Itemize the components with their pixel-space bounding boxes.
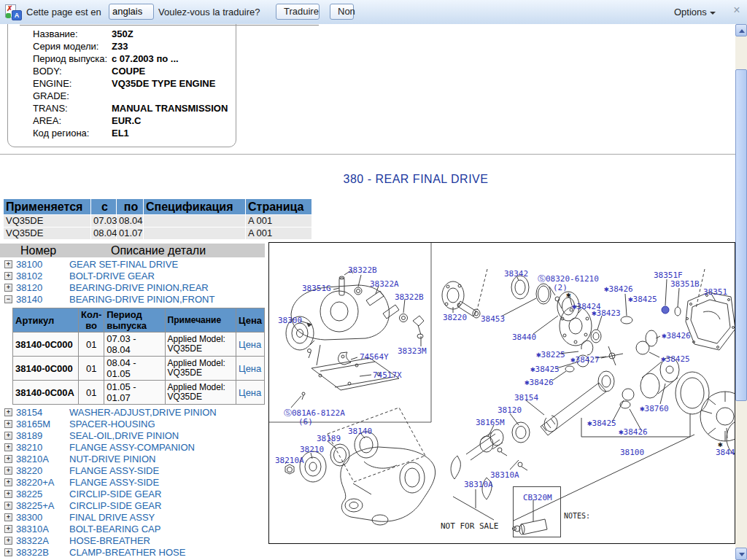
scroll-up-button[interactable] (735, 24, 747, 36)
part-number-link[interactable]: 38210A (16, 454, 49, 464)
part-number-link[interactable]: 38120 (16, 282, 42, 293)
expand-icon[interactable]: + (4, 420, 12, 428)
part-desc-link[interactable]: GEAR SET-FINAL DRIVE (69, 259, 178, 270)
diagram-part-label[interactable]: 38189 (317, 435, 341, 443)
part-number-link[interactable]: 38102 (16, 271, 42, 281)
part-number-link[interactable]: 38140 (16, 294, 42, 305)
diagram-part-label[interactable]: 38140 (348, 427, 372, 436)
scrollbar-thumb[interactable] (735, 69, 747, 401)
diagram-part-label[interactable]: ✱38425 (661, 355, 690, 364)
part-desc-link[interactable]: BOLT-BEARING CAP (69, 524, 160, 534)
expand-icon[interactable]: + (4, 537, 12, 545)
part-number-link[interactable]: 38100 (16, 259, 42, 270)
diagram-part-label[interactable]: ✱38426 (619, 428, 648, 437)
part-number-link[interactable]: 38220+A (16, 477, 54, 488)
diagram-part-label[interactable]: 38440 (512, 333, 536, 342)
diagram-part-label[interactable]: 38210A (275, 456, 304, 465)
part-number-link[interactable]: 38189 (16, 430, 42, 441)
part-desc-link[interactable]: FLANGE ASSY-SIDE (69, 465, 159, 476)
diagram-part-label[interactable]: 38210 (300, 446, 324, 454)
diagram-part-label[interactable]: 38322B (395, 293, 424, 302)
expand-icon[interactable]: + (4, 525, 12, 533)
diagram-part-label[interactable]: 38310A (464, 481, 493, 489)
part-desc-link[interactable]: NUT-DRIVE PINION (69, 454, 155, 464)
price-link[interactable]: Цена (239, 387, 261, 398)
expand-icon[interactable]: + (4, 490, 12, 498)
part-desc-link[interactable]: BEARING-DRIVE PINION,REAR (69, 282, 209, 293)
diagram-part-label[interactable]: Ⓢ08320-61210 (538, 275, 599, 284)
expand-icon[interactable]: + (4, 260, 12, 268)
diagram-part-label[interactable]: 38100 (620, 448, 644, 457)
part-number-link[interactable]: 38165M (16, 419, 50, 429)
diagram-part-label[interactable]: ✱38426 (525, 378, 554, 387)
part-number-link[interactable]: 38210 (16, 442, 42, 453)
collapse-icon[interactable]: − (4, 295, 12, 303)
expand-icon[interactable]: + (4, 272, 12, 280)
diagram-part-label[interactable]: 38440 (716, 448, 735, 457)
part-number-link[interactable]: 38310A (16, 524, 49, 534)
diagram-part-label[interactable]: 38220 (443, 314, 467, 322)
vertical-scrollbar[interactable] (735, 24, 747, 560)
diagram-part-label[interactable]: 74564Y (360, 353, 389, 362)
diagram-part-label[interactable]: 38300 (278, 316, 302, 325)
diagram-part-label[interactable]: (6) (298, 418, 313, 427)
part-number-link[interactable]: 38322B (16, 547, 49, 558)
diagram-part-label[interactable]: ✱38425 (628, 295, 657, 304)
part-number-link[interactable]: 38225 (16, 489, 42, 499)
part-number-link[interactable]: 38225+A (16, 500, 54, 511)
expand-icon[interactable]: + (4, 284, 12, 292)
diagram-part-label[interactable]: Ⓢ081A6-8122A (284, 409, 345, 418)
part-desc-link[interactable]: SEAL-OIL,DRIVE PINION (69, 430, 179, 441)
diagram-part-label[interactable]: ✱38423 (592, 309, 621, 318)
part-desc-link[interactable]: CIRCLIP-SIDE GEAR (69, 489, 161, 499)
diagram-part-label[interactable]: 38120 (498, 406, 522, 415)
part-desc-link[interactable]: FINAL DRIVE ASSY (69, 512, 155, 523)
part-number-link[interactable]: 38154 (16, 407, 42, 418)
expand-icon[interactable]: + (4, 548, 12, 556)
diagram-part-label[interactable]: ✱38426 (604, 285, 633, 294)
language-dropdown[interactable]: anglais (109, 4, 154, 20)
part-number-link[interactable]: 38300 (16, 512, 42, 523)
expand-icon[interactable]: + (4, 513, 12, 521)
part-number-link[interactable]: 38322A (16, 535, 49, 546)
part-desc-link[interactable]: BOLT-DRIVE GEAR (69, 271, 155, 281)
expand-icon[interactable]: + (4, 443, 12, 451)
no-button[interactable]: Non (330, 4, 354, 20)
diagram-part-label[interactable]: ✱38425 (530, 365, 560, 374)
diagram-part-label[interactable]: 38310A (490, 471, 519, 480)
part-desc-link[interactable]: FLANGE ASSY-COMPANION (69, 442, 195, 453)
expand-icon[interactable]: + (4, 455, 12, 463)
close-icon[interactable]: × (730, 4, 743, 17)
translate-button[interactable]: Traduire (276, 4, 320, 20)
part-desc-link[interactable]: CLAMP-BREATHER HOSE (69, 547, 185, 558)
expand-icon[interactable]: + (4, 408, 12, 416)
diagram-part-label[interactable]: 38342 (504, 270, 528, 279)
diagram-part-label[interactable]: ✱38425 (587, 419, 616, 428)
part-number-link[interactable]: 38220 (16, 465, 42, 476)
diagram-part-label[interactable]: 38453 (481, 315, 505, 324)
diagram-part-label[interactable]: 38322B (348, 266, 377, 275)
part-desc-link[interactable]: CIRCLIP-SIDE GEAR (69, 500, 161, 511)
diagram-part-label[interactable]: 38323M (398, 347, 427, 356)
part-desc-link[interactable]: WASHER-ADJUST,DRIVE PINION (69, 407, 217, 418)
expand-icon[interactable]: + (4, 478, 12, 486)
price-link[interactable]: Цена (239, 363, 261, 374)
diagram-part-label[interactable]: ✱38225 (536, 351, 565, 359)
diagram-part-label[interactable]: (2) (553, 284, 568, 292)
part-desc-link[interactable]: FLANGE ASSY-SIDE (69, 477, 159, 488)
part-desc-link[interactable]: BEARING-DRIVE PINION,FRONT (69, 294, 214, 305)
diagram-part-label[interactable]: 38154 (514, 394, 538, 402)
price-link[interactable]: Цена (239, 339, 261, 350)
diagram-part-label[interactable]: 38351 (703, 288, 727, 297)
part-code-link[interactable]: 38421S (635, 542, 662, 544)
expand-icon[interactable]: + (4, 502, 12, 510)
part-desc-link[interactable]: HOSE-BREATHER (69, 535, 150, 546)
diagram-part-label[interactable]: ✱38426 (662, 332, 691, 341)
diagram-part-label[interactable]: 38322A (370, 280, 399, 289)
part-desc-link[interactable]: SPACER-HOUSING (69, 419, 155, 429)
diagram-part-label[interactable]: 38165M (476, 419, 505, 427)
diagram-part-label[interactable]: ✱38427 (570, 356, 600, 365)
expand-icon[interactable]: + (4, 432, 12, 440)
expand-icon[interactable]: + (4, 467, 12, 475)
diagram-part-label[interactable]: 38351G (302, 284, 331, 293)
